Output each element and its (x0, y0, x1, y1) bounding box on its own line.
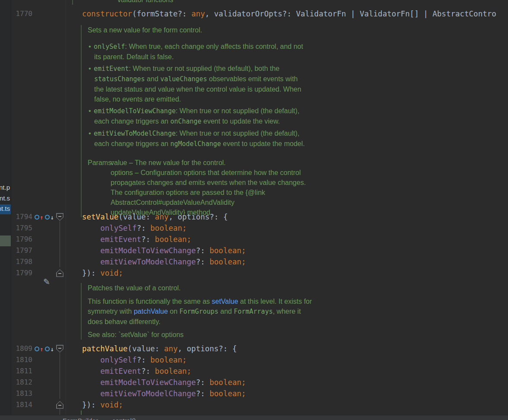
code-text[interactable]: }): void; (82, 399, 123, 410)
line-number[interactable]: 1796 (0, 234, 32, 245)
breadcrumbs: FormBuilder→control() (63, 417, 136, 420)
doc-text: validator functions (117, 0, 173, 4)
token-kw: void; (100, 269, 123, 277)
fold-close-icon[interactable] (56, 401, 64, 409)
token-kw: any (155, 213, 169, 221)
line-number[interactable]: 1794 (0, 211, 32, 223)
code-line[interactable]: 1796 emitEvent?: boolean; (0, 234, 508, 245)
bullet-icon: • (89, 65, 93, 72)
doc-link[interactable]: setValue (212, 298, 238, 305)
doc-link[interactable]: patchValue (134, 308, 168, 315)
code-line[interactable]: 1813 emitViewToModelChange?: boolean; (0, 388, 508, 399)
override-up-arrow-icon[interactable]: ↑ (40, 214, 43, 220)
override-method-icon[interactable] (35, 215, 39, 220)
code-text[interactable]: emitViewToModelChange?: boolean; (82, 388, 246, 399)
code-text[interactable]: patchValue(value: any, options?: { (82, 343, 237, 354)
override-up-arrow-icon[interactable]: ↑ (40, 346, 43, 352)
code-text[interactable]: emitModelToViewChange?: boolean; (82, 245, 246, 256)
code-line[interactable]: 1811 emitEvent?: boolean; (0, 366, 508, 377)
code-line[interactable]: 1798 emitViewToModelChange?: boolean; (0, 256, 508, 267)
doc-bullet-line: • emitModelToViewChange: When true or no… (88, 106, 373, 116)
breadcrumb-bar: FormBuilder→control() (0, 415, 508, 420)
params-label: Params: (88, 158, 111, 217)
fold-open-icon[interactable] (56, 345, 64, 353)
code-text[interactable]: }): void; (82, 267, 123, 279)
code-line[interactable]: 1814}): void; (0, 399, 508, 410)
fold-close-icon[interactable] (56, 269, 64, 277)
code-line[interactable]: 1810 onlySelf?: boolean; (0, 354, 508, 366)
bullet-icon: • (89, 130, 93, 137)
token-plain: }): (82, 269, 100, 277)
code-line[interactable]: 1799}): void; (0, 267, 508, 279)
gutter-override-icons[interactable]: ↑↓ (35, 346, 56, 352)
fold-open-icon[interactable] (56, 213, 64, 221)
fold-shape-inner (57, 214, 63, 220)
token-plain: ?: (137, 356, 150, 364)
fold-range-line (60, 221, 60, 267)
token-method: patchValue (82, 344, 127, 353)
code-line[interactable]: 1770constructor(formState?: any, validat… (0, 8, 508, 19)
line-number[interactable]: 1809 (0, 343, 32, 354)
line-number[interactable]: 1813 (0, 388, 32, 399)
code-text[interactable]: emitEvent?: boolean; (82, 234, 191, 245)
line-number[interactable]: 1797 (0, 245, 32, 256)
code-text[interactable]: emitModelToViewChange?: boolean; (82, 377, 246, 388)
doc-inline-code: FormArrays (234, 308, 273, 315)
code-text[interactable]: onlySelf?: boolean; (82, 354, 187, 366)
doc-text: This function is functionally the same a… (88, 298, 212, 305)
line-number[interactable]: 1814 (0, 399, 32, 410)
code-line[interactable]: 1809↑↓patchValue(value: any, options?: { (0, 343, 508, 354)
line-number[interactable]: 1799 (0, 267, 32, 279)
gutter-override-icons[interactable]: ↑↓ (35, 214, 56, 220)
doc-inline-code: onlySelf (94, 43, 125, 51)
line-number[interactable]: 1810 (0, 354, 32, 366)
code-text[interactable]: emitEvent?: boolean; (82, 366, 191, 377)
line-number[interactable]: 1770 (0, 8, 32, 19)
overridden-method-icon[interactable] (45, 347, 50, 351)
token-kw: boolean; (210, 389, 246, 398)
line-number[interactable]: 1812 (0, 377, 32, 388)
code-line[interactable]: 1794↑↓setValue(value: any, options?: { (0, 211, 508, 223)
token-prop: emitViewToModelChange (100, 258, 196, 266)
breadcrumb-item[interactable]: control() (112, 417, 136, 420)
doc-inline-code: onChange (170, 118, 201, 125)
overridden-method-icon[interactable] (45, 215, 50, 220)
doc-text: each change triggers an (94, 118, 170, 125)
code-line[interactable]: 1797 emitModelToViewChange?: boolean; (0, 245, 508, 256)
override-down-arrow-icon[interactable]: ↓ (50, 214, 54, 220)
code-text[interactable]: setValue(value: any, options?: { (82, 211, 228, 223)
breadcrumb-item[interactable]: FormBuilder (63, 417, 98, 420)
token-plain: ?: (196, 246, 210, 255)
token-plain: ?: (196, 389, 210, 398)
token-kw: any (191, 10, 205, 18)
doc-bullet-line: false, no events are emitted. (88, 94, 373, 104)
edit-doc-pencil-icon[interactable]: ✎ (43, 277, 50, 286)
strip-file-item[interactable]: nt.p (0, 183, 11, 193)
doc-bullet-line: each change triggers an onChange event t… (88, 116, 373, 127)
bullet-icon: • (89, 43, 93, 50)
strip-file-item[interactable]: nt.s (0, 194, 11, 204)
override-method-icon[interactable] (35, 347, 39, 351)
code-text[interactable]: onlySelf?: boolean; (82, 223, 187, 234)
token-kw: boolean; (150, 356, 187, 364)
code-line[interactable]: 1795 onlySelf?: boolean; (0, 223, 508, 234)
doc-bullet-line: statusChanges and valueChanges observabl… (88, 74, 373, 84)
token-plain: , options?: { (168, 213, 228, 221)
rendered-doc-patchvalue: Patches the value of a control.This func… (81, 283, 373, 340)
token-prop: emitViewToModelChange (100, 389, 196, 398)
token-plain: ?: (141, 367, 155, 375)
line-number[interactable]: 1795 (0, 223, 32, 234)
override-down-arrow-icon[interactable]: ↓ (50, 346, 54, 352)
code-text[interactable]: emitViewToModelChange?: boolean; (82, 256, 246, 267)
params-line: options – Configuration options that det… (111, 168, 306, 178)
doc-inline-code: valueChanges (160, 75, 207, 83)
doc-text: on (168, 308, 180, 315)
doc-text: each change triggers an (94, 140, 170, 147)
doc-border-fragment (81, 410, 82, 415)
code-line[interactable]: 1812 emitModelToViewChange?: boolean; (0, 377, 508, 388)
line-number[interactable]: 1811 (0, 366, 32, 377)
code-text[interactable]: constructor(formState?: any, validatorOr… (82, 8, 496, 19)
line-number[interactable]: 1798 (0, 256, 32, 267)
fold-dash (58, 348, 61, 349)
doc-text: See also: `setValue` for options (88, 331, 184, 338)
